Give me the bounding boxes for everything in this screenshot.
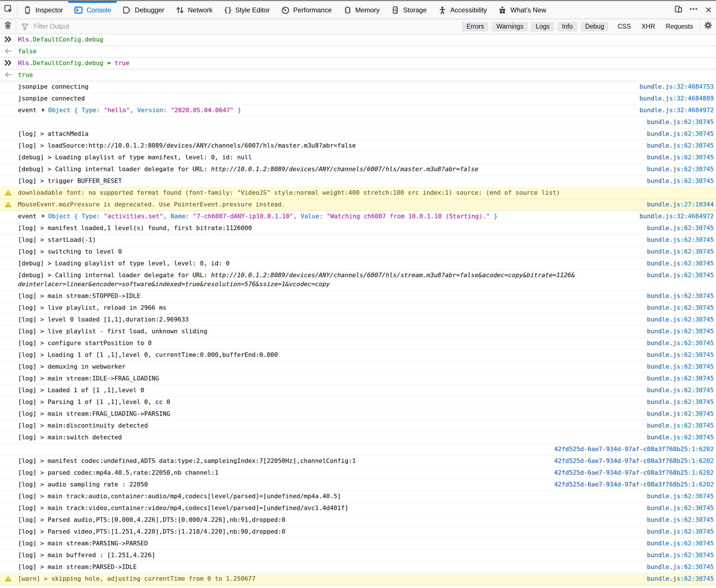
expand-arrow-icon[interactable]: [42, 212, 45, 221]
log-message: [log] > attachMedia: [18, 130, 639, 139]
filter-css-button[interactable]: CSS: [617, 23, 631, 30]
log-message: [debug] > Calling internal loader delega…: [18, 271, 639, 289]
responsive-design-button[interactable]: [671, 1, 686, 19]
source-link[interactable]: 42fd525d-6ae7-934d-97af-c08a3f768b25:1:6…: [554, 445, 714, 454]
log-message: [log] > startLoad(-1): [18, 236, 639, 245]
row-gutter: [4, 259, 18, 260]
filter-info-button[interactable]: Info: [558, 22, 577, 31]
filter-debug-button[interactable]: Debug: [581, 22, 609, 31]
source-link[interactable]: bundle.js:62:30745: [647, 248, 714, 256]
source-position: :1:6202: [688, 481, 714, 488]
source-link[interactable]: bundle.js:62:30745: [647, 433, 714, 442]
source-link[interactable]: bundle.js:62:30745: [647, 141, 714, 150]
source-link[interactable]: bundle.js:32:4684972: [639, 106, 714, 115]
filter-output-input[interactable]: [32, 22, 462, 30]
row-gutter: [4, 94, 18, 96]
source-link[interactable]: bundle.js:62:30745: [647, 362, 714, 372]
message-segment: , Value:: [293, 213, 327, 220]
devtools-menu-button[interactable]: [686, 1, 701, 19]
source-link[interactable]: bundle.js:62:30745: [647, 327, 714, 336]
tab-accessibility[interactable]: Accessibility: [432, 1, 493, 19]
source-link[interactable]: bundle.js:62:30745: [647, 153, 714, 162]
log-message: [log] > Parsed audio,PTS:[0.000,4.226],D…: [18, 516, 639, 525]
console-row: [log] > trigger BUFFER_RESETbundle.js:62…: [0, 175, 716, 187]
source-link[interactable]: bundle.js:62:30745: [647, 165, 714, 174]
source-link[interactable]: bundle.js:62:30745: [647, 374, 714, 383]
source-link[interactable]: bundle.js:62:30745: [647, 292, 714, 301]
source-file: bundle.js: [647, 292, 680, 300]
source-position: :62:30745: [680, 587, 714, 588]
storage-icon: [391, 5, 400, 14]
console-row: [log] > media seeking to 1.251bundle.js:…: [0, 585, 716, 588]
clear-console-button[interactable]: [0, 21, 16, 32]
filter-xhr-button[interactable]: XHR: [642, 23, 655, 30]
tab-debugger[interactable]: Debugger: [117, 1, 170, 19]
expand-arrow-icon[interactable]: [42, 106, 45, 115]
source-link[interactable]: bundle.js:62:30745: [647, 386, 714, 395]
source-link[interactable]: bundle.js:62:30745: [647, 539, 714, 548]
tab-memory[interactable]: Memory: [337, 1, 385, 19]
source-link[interactable]: 42fd525d-6ae7-934d-97af-c08a3f768b25:1:6…: [554, 457, 714, 466]
source-position: :1:6202: [688, 457, 714, 465]
source-link[interactable]: bundle.js:32:4684972: [639, 212, 714, 221]
source-link[interactable]: bundle.js:62:30745: [647, 130, 714, 139]
tab-style-editor[interactable]: {} Style Editor: [218, 1, 275, 19]
source-file: bundle.js: [647, 422, 680, 429]
source-link[interactable]: bundle.js:62:30745: [647, 551, 714, 560]
filter-requests-button[interactable]: Requests: [666, 23, 693, 30]
tab-console[interactable]: Console: [69, 1, 117, 19]
filter-errors-button[interactable]: Errors: [462, 22, 489, 31]
source-file: bundle.js: [647, 272, 680, 279]
source-link[interactable]: bundle.js:62:30745: [647, 527, 714, 537]
source-file: bundle.js: [647, 375, 680, 382]
source-link[interactable]: bundle.js:32:4684889: [639, 94, 714, 103]
tab-inspector[interactable]: Inspector: [17, 1, 69, 19]
source-position: :32:4684972: [673, 107, 714, 114]
source-link[interactable]: bundle.js:62:30745: [647, 410, 714, 419]
source-link[interactable]: bundle.js:62:30745: [647, 398, 714, 407]
source-link[interactable]: bundle.js:62:30745: [647, 586, 714, 588]
source-link[interactable]: bundle.js:62:30745: [647, 118, 714, 127]
source-link[interactable]: bundle.js:62:30745: [647, 351, 714, 360]
source-link[interactable]: bundle.js:62:30745: [647, 259, 714, 268]
source-link[interactable]: bundle.js:62:30745: [647, 315, 714, 324]
log-message: [log] > audio sampling rate : 22050: [18, 480, 546, 489]
node-picker-button[interactable]: [0, 1, 17, 19]
source-link[interactable]: bundle.js:62:30745: [647, 271, 714, 280]
source-link[interactable]: bundle.js:62:30745: [647, 303, 714, 313]
source-link[interactable]: bundle.js:62:30745: [647, 504, 714, 513]
source-link[interactable]: bundle.js:32:4684753: [639, 83, 714, 91]
source-link[interactable]: bundle.js:62:30745: [647, 177, 714, 186]
source-link[interactable]: bundle.js:62:30745: [647, 236, 714, 245]
filter-logs-button[interactable]: Logs: [531, 22, 554, 31]
source-link[interactable]: bundle.js:62:30745: [647, 574, 714, 584]
source-position: :62:30745: [680, 528, 714, 535]
tab-storage[interactable]: Storage: [385, 1, 432, 19]
message-segment: }: [234, 107, 241, 114]
tab-network[interactable]: Network: [170, 1, 218, 19]
source-link[interactable]: bundle.js:62:30745: [647, 492, 714, 501]
row-gutter: [4, 398, 18, 399]
log-message: jsonpipe connecting: [18, 83, 632, 91]
source-link[interactable]: bundle.js:62:30745: [647, 339, 714, 348]
row-gutter: [4, 141, 18, 143]
close-devtools-button[interactable]: ✕: [701, 1, 716, 19]
source-link[interactable]: 42fd525d-6ae7-934d-97af-c08a3f768b25:1:6…: [554, 468, 714, 478]
filter-warnings-button[interactable]: Warnings: [492, 22, 528, 31]
tab-whats-new[interactable]: What’s New: [493, 1, 552, 19]
source-link[interactable]: bundle.js:62:30745: [647, 224, 714, 233]
source-link[interactable]: bundle.js:62:30745: [647, 516, 714, 525]
console-row: [debug] > Calling internal loader delega…: [0, 270, 716, 291]
message-segment: [log] > loadSource:http://10.0.1.2:8089/…: [18, 142, 356, 149]
source-link[interactable]: bundle.js:62:30745: [647, 563, 714, 572]
source-link[interactable]: bundle.js:62:30745: [647, 421, 714, 430]
message-segment: [log] > main track:audio,container:audio…: [18, 492, 341, 500]
source-link[interactable]: bundle.js:27:10344: [647, 200, 714, 209]
source-link[interactable]: 42fd525d-6ae7-934d-97af-c08a3f768b25:1:6…: [554, 480, 714, 489]
message-segment: [log] > manifest loaded,1 level(s) found…: [18, 225, 252, 232]
tab-performance[interactable]: Performance: [275, 1, 337, 19]
message-segment: [log] > main stream:IDLE->FRAG_LOADING: [18, 375, 159, 382]
log-message: [log] > main stream:IDLE->FRAG_LOADING: [18, 374, 639, 383]
warning-icon: [4, 574, 18, 582]
console-settings-button[interactable]: [700, 21, 716, 32]
